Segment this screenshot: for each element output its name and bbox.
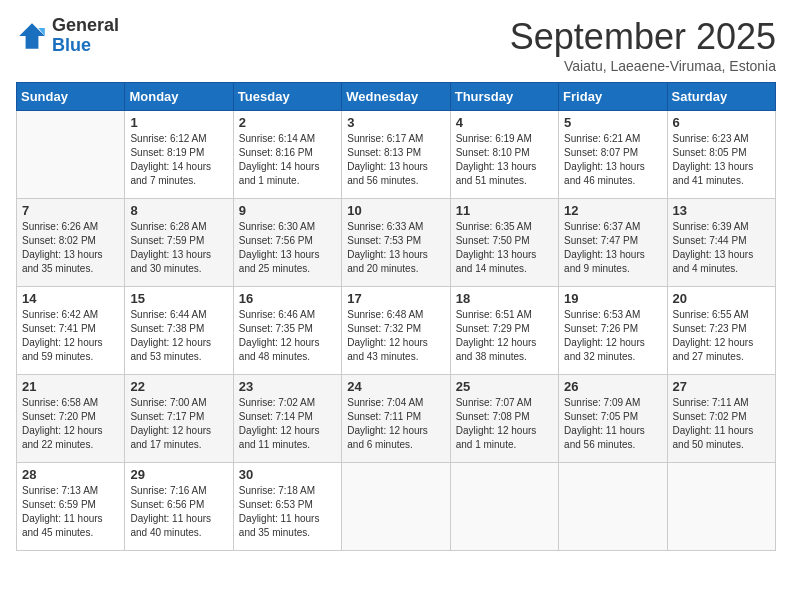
day-number: 9 xyxy=(239,203,336,218)
calendar-cell: 29Sunrise: 7:16 AMSunset: 6:56 PMDayligh… xyxy=(125,463,233,551)
weekday-header-wednesday: Wednesday xyxy=(342,83,450,111)
day-info: Sunrise: 6:17 AMSunset: 8:13 PMDaylight:… xyxy=(347,132,444,188)
day-info: Sunrise: 6:46 AMSunset: 7:35 PMDaylight:… xyxy=(239,308,336,364)
calendar-cell: 3Sunrise: 6:17 AMSunset: 8:13 PMDaylight… xyxy=(342,111,450,199)
day-info: Sunrise: 7:13 AMSunset: 6:59 PMDaylight:… xyxy=(22,484,119,540)
day-info: Sunrise: 6:53 AMSunset: 7:26 PMDaylight:… xyxy=(564,308,661,364)
calendar-cell: 18Sunrise: 6:51 AMSunset: 7:29 PMDayligh… xyxy=(450,287,558,375)
calendar-header-row: SundayMondayTuesdayWednesdayThursdayFrid… xyxy=(17,83,776,111)
day-info: Sunrise: 7:02 AMSunset: 7:14 PMDaylight:… xyxy=(239,396,336,452)
svg-marker-0 xyxy=(19,23,45,49)
calendar-cell: 13Sunrise: 6:39 AMSunset: 7:44 PMDayligh… xyxy=(667,199,775,287)
calendar-cell: 7Sunrise: 6:26 AMSunset: 8:02 PMDaylight… xyxy=(17,199,125,287)
calendar-cell xyxy=(559,463,667,551)
day-info: Sunrise: 6:19 AMSunset: 8:10 PMDaylight:… xyxy=(456,132,553,188)
calendar-cell: 12Sunrise: 6:37 AMSunset: 7:47 PMDayligh… xyxy=(559,199,667,287)
day-number: 20 xyxy=(673,291,770,306)
day-number: 4 xyxy=(456,115,553,130)
calendar-cell xyxy=(17,111,125,199)
calendar-cell: 11Sunrise: 6:35 AMSunset: 7:50 PMDayligh… xyxy=(450,199,558,287)
day-info: Sunrise: 7:07 AMSunset: 7:08 PMDaylight:… xyxy=(456,396,553,452)
day-number: 25 xyxy=(456,379,553,394)
day-info: Sunrise: 6:37 AMSunset: 7:47 PMDaylight:… xyxy=(564,220,661,276)
day-number: 22 xyxy=(130,379,227,394)
day-info: Sunrise: 6:48 AMSunset: 7:32 PMDaylight:… xyxy=(347,308,444,364)
day-info: Sunrise: 6:42 AMSunset: 7:41 PMDaylight:… xyxy=(22,308,119,364)
weekday-header-monday: Monday xyxy=(125,83,233,111)
calendar-cell: 8Sunrise: 6:28 AMSunset: 7:59 PMDaylight… xyxy=(125,199,233,287)
day-info: Sunrise: 6:21 AMSunset: 8:07 PMDaylight:… xyxy=(564,132,661,188)
logo-text: General Blue xyxy=(52,16,119,56)
day-info: Sunrise: 7:04 AMSunset: 7:11 PMDaylight:… xyxy=(347,396,444,452)
calendar-cell xyxy=(450,463,558,551)
calendar-cell: 4Sunrise: 6:19 AMSunset: 8:10 PMDaylight… xyxy=(450,111,558,199)
calendar-cell: 10Sunrise: 6:33 AMSunset: 7:53 PMDayligh… xyxy=(342,199,450,287)
location-subtitle: Vaiatu, Laeaene-Virumaa, Estonia xyxy=(510,58,776,74)
day-info: Sunrise: 6:30 AMSunset: 7:56 PMDaylight:… xyxy=(239,220,336,276)
weekday-header-tuesday: Tuesday xyxy=(233,83,341,111)
calendar-week-row: 21Sunrise: 6:58 AMSunset: 7:20 PMDayligh… xyxy=(17,375,776,463)
day-number: 14 xyxy=(22,291,119,306)
day-number: 7 xyxy=(22,203,119,218)
day-info: Sunrise: 7:18 AMSunset: 6:53 PMDaylight:… xyxy=(239,484,336,540)
calendar-cell: 16Sunrise: 6:46 AMSunset: 7:35 PMDayligh… xyxy=(233,287,341,375)
calendar-cell: 20Sunrise: 6:55 AMSunset: 7:23 PMDayligh… xyxy=(667,287,775,375)
weekday-header-sunday: Sunday xyxy=(17,83,125,111)
calendar-cell: 24Sunrise: 7:04 AMSunset: 7:11 PMDayligh… xyxy=(342,375,450,463)
calendar-cell: 1Sunrise: 6:12 AMSunset: 8:19 PMDaylight… xyxy=(125,111,233,199)
day-info: Sunrise: 6:51 AMSunset: 7:29 PMDaylight:… xyxy=(456,308,553,364)
logo-icon xyxy=(16,20,48,52)
day-number: 23 xyxy=(239,379,336,394)
day-number: 17 xyxy=(347,291,444,306)
day-info: Sunrise: 7:09 AMSunset: 7:05 PMDaylight:… xyxy=(564,396,661,452)
day-number: 28 xyxy=(22,467,119,482)
day-info: Sunrise: 6:44 AMSunset: 7:38 PMDaylight:… xyxy=(130,308,227,364)
day-number: 26 xyxy=(564,379,661,394)
day-number: 16 xyxy=(239,291,336,306)
day-number: 3 xyxy=(347,115,444,130)
day-info: Sunrise: 6:39 AMSunset: 7:44 PMDaylight:… xyxy=(673,220,770,276)
day-info: Sunrise: 7:00 AMSunset: 7:17 PMDaylight:… xyxy=(130,396,227,452)
day-info: Sunrise: 6:35 AMSunset: 7:50 PMDaylight:… xyxy=(456,220,553,276)
calendar-cell xyxy=(342,463,450,551)
calendar-week-row: 28Sunrise: 7:13 AMSunset: 6:59 PMDayligh… xyxy=(17,463,776,551)
calendar-cell: 5Sunrise: 6:21 AMSunset: 8:07 PMDaylight… xyxy=(559,111,667,199)
logo: General Blue xyxy=(16,16,119,56)
day-number: 6 xyxy=(673,115,770,130)
day-info: Sunrise: 6:28 AMSunset: 7:59 PMDaylight:… xyxy=(130,220,227,276)
day-number: 15 xyxy=(130,291,227,306)
day-info: Sunrise: 6:33 AMSunset: 7:53 PMDaylight:… xyxy=(347,220,444,276)
day-info: Sunrise: 6:55 AMSunset: 7:23 PMDaylight:… xyxy=(673,308,770,364)
day-info: Sunrise: 6:14 AMSunset: 8:16 PMDaylight:… xyxy=(239,132,336,188)
calendar-cell: 2Sunrise: 6:14 AMSunset: 8:16 PMDaylight… xyxy=(233,111,341,199)
weekday-header-thursday: Thursday xyxy=(450,83,558,111)
month-title: September 2025 xyxy=(510,16,776,58)
day-info: Sunrise: 6:58 AMSunset: 7:20 PMDaylight:… xyxy=(22,396,119,452)
calendar-cell: 28Sunrise: 7:13 AMSunset: 6:59 PMDayligh… xyxy=(17,463,125,551)
day-number: 27 xyxy=(673,379,770,394)
day-number: 21 xyxy=(22,379,119,394)
calendar-cell: 17Sunrise: 6:48 AMSunset: 7:32 PMDayligh… xyxy=(342,287,450,375)
day-number: 30 xyxy=(239,467,336,482)
calendar-cell: 9Sunrise: 6:30 AMSunset: 7:56 PMDaylight… xyxy=(233,199,341,287)
day-info: Sunrise: 7:16 AMSunset: 6:56 PMDaylight:… xyxy=(130,484,227,540)
day-number: 13 xyxy=(673,203,770,218)
calendar-cell: 23Sunrise: 7:02 AMSunset: 7:14 PMDayligh… xyxy=(233,375,341,463)
day-number: 24 xyxy=(347,379,444,394)
calendar-cell: 15Sunrise: 6:44 AMSunset: 7:38 PMDayligh… xyxy=(125,287,233,375)
weekday-header-friday: Friday xyxy=(559,83,667,111)
day-number: 11 xyxy=(456,203,553,218)
page-header: General Blue September 2025 Vaiatu, Laea… xyxy=(16,16,776,74)
calendar-cell: 19Sunrise: 6:53 AMSunset: 7:26 PMDayligh… xyxy=(559,287,667,375)
day-number: 8 xyxy=(130,203,227,218)
calendar-cell: 30Sunrise: 7:18 AMSunset: 6:53 PMDayligh… xyxy=(233,463,341,551)
day-number: 19 xyxy=(564,291,661,306)
calendar-week-row: 14Sunrise: 6:42 AMSunset: 7:41 PMDayligh… xyxy=(17,287,776,375)
calendar-cell: 21Sunrise: 6:58 AMSunset: 7:20 PMDayligh… xyxy=(17,375,125,463)
day-number: 18 xyxy=(456,291,553,306)
title-block: September 2025 Vaiatu, Laeaene-Virumaa, … xyxy=(510,16,776,74)
day-number: 10 xyxy=(347,203,444,218)
weekday-header-saturday: Saturday xyxy=(667,83,775,111)
day-info: Sunrise: 7:11 AMSunset: 7:02 PMDaylight:… xyxy=(673,396,770,452)
day-info: Sunrise: 6:26 AMSunset: 8:02 PMDaylight:… xyxy=(22,220,119,276)
